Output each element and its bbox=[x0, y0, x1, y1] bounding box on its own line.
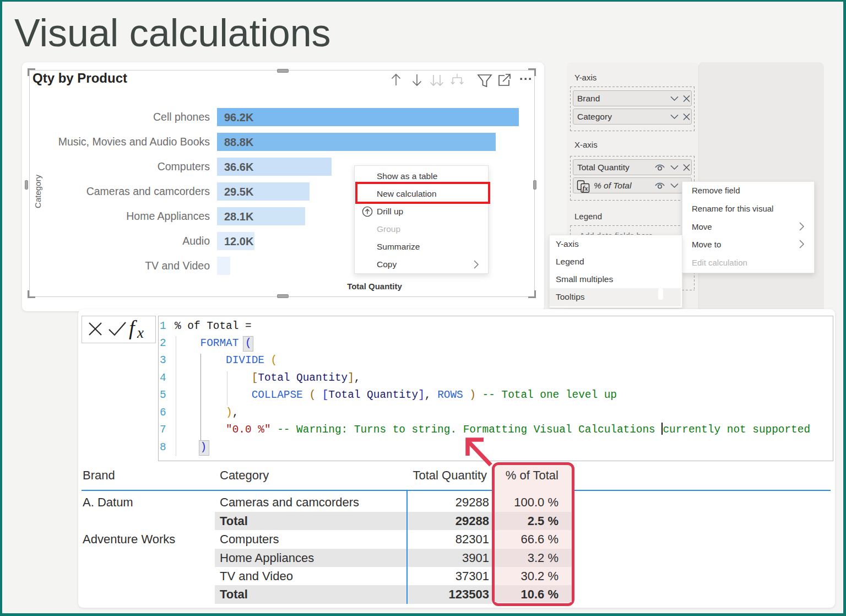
svg-text:fx: fx bbox=[583, 185, 588, 192]
svg-text:x: x bbox=[137, 325, 144, 341]
svg-text:f: f bbox=[129, 318, 137, 339]
